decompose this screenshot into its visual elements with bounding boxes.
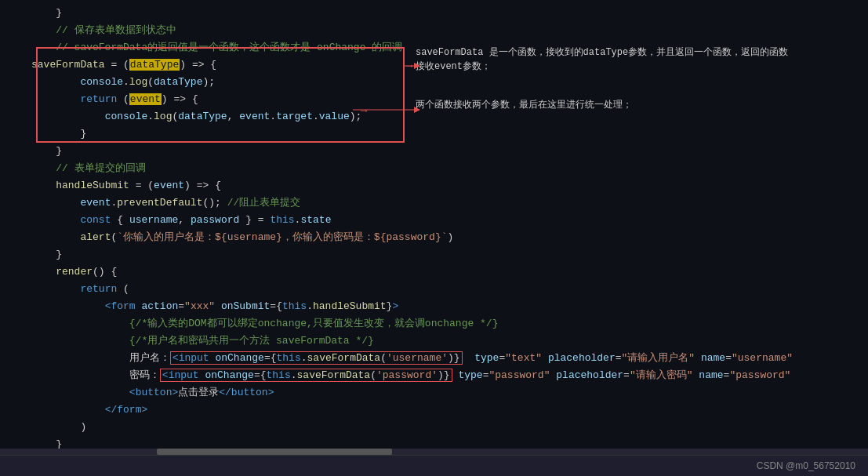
code-line-1: }: [0, 5, 868, 22]
code-line-2: // 保存表单数据到状态中: [0, 22, 868, 39]
code-line-19: {/*输入类的DOM都可以绑定onchange,只要值发生改变，就会调oncha…: [0, 315, 868, 332]
scrollbar-thumb[interactable]: [157, 449, 392, 455]
csdn-label: CSDN @m0_56752010: [757, 460, 855, 471]
annotation-1: saveFormData 是一个函数，接收到的dataType参数，并且返回一个…: [416, 45, 855, 74]
code-line-12: event.preventDefault(); //阻止表单提交: [0, 194, 868, 212]
code-line-20: {/*用户名和密码共用一个方法 saveFormData */}: [0, 332, 868, 350]
code-line-16: render() {: [0, 263, 868, 281]
code-line-11: handleSubmit = (event) => {: [0, 177, 868, 194]
code-line-21: 用户名：<input onChange={this.saveFormData('…: [0, 350, 868, 367]
code-line-25: ): [0, 419, 868, 436]
code-line-17: return (: [0, 281, 868, 298]
annotation-2: 两个函数接收两个参数，最后在这里进行统一处理；: [416, 99, 831, 112]
code-line-14: alert(`你输入的用户名是：${username}，你输入的密码是：${pa…: [0, 229, 868, 246]
code-line-9: }: [0, 143, 868, 160]
code-line-23: <button>点击登录</button>: [0, 384, 868, 402]
code-line-15: }: [0, 246, 868, 263]
status-bar: CSDN @m0_56752010: [0, 455, 868, 476]
highlight-box-1: [36, 47, 405, 143]
code-line-10: // 表单提交的回调: [0, 160, 868, 177]
code-line-13: const { username, password } = this.stat…: [0, 212, 868, 229]
code-line-22: 密码：<input onChange={this.saveFormData('p…: [0, 367, 868, 384]
code-line-18: <form action="xxx" onSubmit={this.handle…: [0, 298, 868, 315]
code-line-24: </form>: [0, 402, 868, 419]
code-editor: } // 保存表单数据到状态中 // saveFormData的返回值是一个函数…: [0, 0, 868, 455]
arrow-2: →: [361, 104, 367, 117]
scrollbar[interactable]: [0, 449, 868, 455]
arrow-1: →: [406, 60, 412, 72]
